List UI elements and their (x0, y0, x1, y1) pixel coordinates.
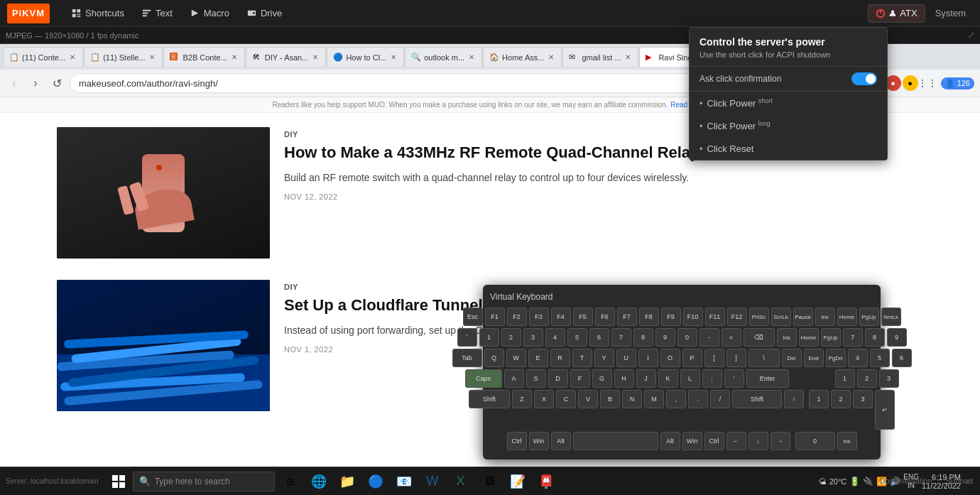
vk-a[interactable]: A (504, 369, 524, 388)
vk-num7[interactable]: 7 (843, 328, 863, 347)
vk-z[interactable]: Z (512, 390, 532, 408)
taskbar-excel[interactable]: X (448, 469, 474, 494)
vk-arrow-up[interactable]: ↑ (784, 390, 804, 408)
vk-home2[interactable]: Home (799, 328, 819, 347)
vk-s[interactable]: S (526, 369, 546, 388)
vk-f7[interactable]: F7 (617, 308, 637, 326)
vk-7[interactable]: 7 (611, 328, 631, 347)
vk-l[interactable]: L (680, 369, 700, 388)
tab-close-1[interactable]: ✕ (68, 53, 77, 62)
vk-num8[interactable]: 8 (865, 328, 885, 347)
back-button[interactable]: ‹ (6, 75, 23, 92)
vk-num6[interactable]: 6 (892, 349, 912, 367)
tab-close-5[interactable]: ✕ (389, 53, 398, 62)
vk-u[interactable]: U (616, 349, 636, 367)
vk-slash[interactable]: / (710, 390, 730, 408)
vk-f11[interactable]: F11 (705, 308, 725, 326)
vk-comma[interactable]: , (666, 390, 686, 408)
vk-3[interactable]: 3 (523, 328, 543, 347)
tab-close-2[interactable]: ✕ (148, 53, 156, 62)
vk-b[interactable]: B (600, 390, 620, 408)
vk-y[interactable]: Y (594, 349, 614, 367)
tab-close-3[interactable]: ✕ (230, 53, 239, 62)
vk-num-enter[interactable]: ↵ (875, 390, 895, 430)
vk-d[interactable]: D (548, 369, 568, 388)
vk-shift-l[interactable]: Shift (469, 390, 510, 408)
vk-prtsc[interactable]: PrtSc (749, 308, 769, 326)
vk-e[interactable]: E (528, 349, 548, 367)
tab-close-7[interactable]: ✕ (547, 53, 555, 62)
vk-f5[interactable]: F5 (573, 308, 593, 326)
vk-tab[interactable]: Tab (452, 349, 482, 367)
vk-num-pgdn[interactable]: 3 (853, 390, 873, 408)
vk-num-del[interactable]: Ins (837, 432, 857, 450)
vk-f6[interactable]: F6 (595, 308, 615, 326)
vk-c[interactable]: C (556, 390, 576, 408)
vk-2[interactable]: 2 (501, 328, 521, 347)
vk-f10[interactable]: F10 (683, 308, 703, 326)
vk-4[interactable]: 4 (545, 328, 565, 347)
power-long-option[interactable]: • Click Power long (690, 114, 887, 137)
vk-f8[interactable]: F8 (639, 308, 659, 326)
vk-period[interactable]: . (688, 390, 708, 408)
vk-h[interactable]: H (614, 369, 634, 388)
vk-minus[interactable]: - (699, 328, 719, 347)
vk-numlk[interactable]: NmLk (881, 308, 901, 326)
vk-g[interactable]: G (592, 369, 612, 388)
vk-backtick[interactable]: ` (457, 328, 477, 347)
vk-t[interactable]: T (572, 349, 592, 367)
vk-quote[interactable]: ' (724, 369, 744, 388)
reload-button[interactable]: ↺ (48, 75, 65, 92)
taskbar-mail[interactable]: 📮 (533, 469, 559, 494)
vk-win-r[interactable]: Win (682, 432, 702, 450)
vk-num1[interactable]: 1 (835, 369, 855, 388)
tab-4[interactable]: 🛠 DIY - Asan... ✕ (246, 47, 327, 67)
taskbar-chrome[interactable]: 🔵 (363, 469, 388, 494)
vk-num-down[interactable]: 2 (831, 390, 851, 408)
vk-f[interactable]: F (570, 369, 590, 388)
vk-5[interactable]: 5 (567, 328, 587, 347)
vk-home[interactable]: Home (837, 308, 857, 326)
vk-space[interactable] (573, 432, 658, 450)
start-button[interactable] (107, 470, 130, 493)
tab-close-8[interactable]: ✕ (624, 53, 632, 62)
vk-o[interactable]: O (660, 349, 680, 367)
vk-f3[interactable]: F3 (529, 308, 549, 326)
vk-num2[interactable]: 2 (857, 369, 877, 388)
system-button[interactable]: System (928, 6, 973, 21)
vk-enter[interactable]: Enter (746, 369, 789, 388)
vk-end[interactable]: End (804, 349, 824, 367)
atx-button[interactable]: ATX (868, 4, 925, 23)
vk-1[interactable]: 1 (479, 328, 499, 347)
vk-v[interactable]: V (578, 390, 598, 408)
vk-ctrl-l[interactable]: Ctrl (507, 432, 527, 450)
vk-num9[interactable]: 9 (887, 328, 907, 347)
vk-arrow-left[interactable]: ← (726, 432, 746, 450)
vk-shift-r[interactable]: Shift (732, 390, 782, 408)
url-input[interactable] (70, 73, 746, 93)
vk-f9[interactable]: F9 (661, 308, 681, 326)
drive-button[interactable]: Drive (239, 4, 289, 23)
vk-ctrl-r[interactable]: Ctrl (704, 432, 724, 450)
tab-close-6[interactable]: ✕ (467, 53, 476, 62)
vk-alt-l[interactable]: Alt (551, 432, 571, 450)
tab-3[interactable]: 🅱 B2B Conte... ✕ (163, 47, 244, 67)
vk-f4[interactable]: F4 (551, 308, 571, 326)
vk-esc[interactable]: Esc (463, 308, 483, 326)
vk-num0[interactable]: 0 (795, 432, 835, 450)
vk-6[interactable]: 6 (589, 328, 609, 347)
shortcuts-button[interactable]: Shortcuts (64, 4, 131, 23)
tab-5[interactable]: 🔵 How to Cl... ✕ (327, 47, 404, 67)
tab-7[interactable]: 🏠 Home Ass... ✕ (483, 47, 562, 67)
taskbar-word[interactable]: W (420, 469, 445, 494)
vk-win-l[interactable]: Win (529, 432, 549, 450)
vk-pgup2[interactable]: PgUp (821, 328, 841, 347)
profile-btn[interactable]: 👤 126 (941, 77, 974, 89)
vk-alt-r[interactable]: Alt (660, 432, 680, 450)
vk-num4[interactable]: 4 (848, 349, 868, 367)
power-reset-option[interactable]: • Click Reset (690, 138, 887, 160)
confirm-toggle[interactable] (851, 72, 877, 85)
vk-pause[interactable]: Pause (793, 308, 813, 326)
vk-ins2[interactable]: Ins (777, 328, 797, 347)
ext-grid[interactable]: ⋮⋮ (920, 75, 935, 91)
